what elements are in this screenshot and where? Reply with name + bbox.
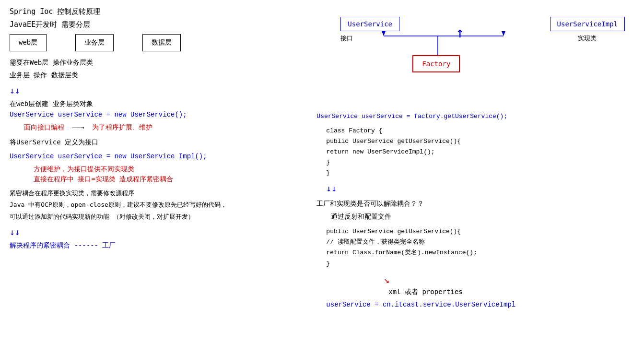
- right-panel: UserService 接口 UserServiceImpl 实现类 Facto…: [312, 5, 639, 338]
- factory-node: Factory: [412, 55, 460, 72]
- red-section1: 面向接口编程 ——→ 为了程序扩展、维护: [10, 123, 307, 132]
- code1-text: UserService userService = factory.getUse…: [316, 113, 634, 120]
- code2-line-1: public UserService getUserService(){: [326, 226, 634, 237]
- code-line-2: public UserService getUserService(){: [326, 136, 634, 147]
- desc5a: 紧密耦合在程序更换实现类，需要修改源程序: [10, 189, 307, 199]
- code2-line-3: return Class.forName(类名).newInstance();: [326, 248, 634, 258]
- arrow-right-icon: ——→: [72, 123, 84, 131]
- desc6: 解决程序的紧密耦合 ------ 工厂: [10, 240, 307, 250]
- desc5b: Java 中有OCP原则，open-close原则，建议不要修改原先已经写好的代…: [10, 200, 307, 210]
- code2-line-4: }: [326, 259, 634, 269]
- red2b: 直接在程序中 接口=实现类 造成程序紧密耦合: [34, 175, 307, 184]
- diag-arrow-icon: ↘: [384, 274, 462, 285]
- desc-section2: 在web层创建 业务层类对象 UserService userService =…: [10, 98, 307, 118]
- up-arrow-icon: ↑: [456, 24, 464, 41]
- desc1a: 需要在Web层 操作业务层类: [10, 57, 307, 68]
- desc4: UserService userService = new UserServic…: [10, 153, 307, 160]
- code2-line-2: // 读取配置文件，获得类完全名称: [326, 237, 634, 248]
- code-line-1: class Factory {: [326, 126, 634, 136]
- userservice-node: UserService 接口: [340, 17, 399, 43]
- desc-section5: 紧密耦合在程序更换实现类，需要修改源程序 Java 中有OCP原则，open-c…: [10, 189, 307, 222]
- red1a: 面向接口编程: [24, 123, 64, 131]
- arrow1: ↓↓: [10, 85, 307, 95]
- sub-title: JavaEE开发时 需要分层: [10, 20, 307, 29]
- diagram-section: UserService 接口 UserServiceImpl 实现类 Facto…: [316, 7, 634, 108]
- question2-text: 通过反射和配置文件: [331, 211, 634, 222]
- desc2b: UserService userService = new UserServic…: [10, 111, 307, 118]
- data-layer-box: 数据层: [142, 34, 181, 51]
- layer-boxes: web层 业务层 数据层: [10, 34, 307, 51]
- desc-section4: UserService userService = new UserServic…: [10, 153, 307, 160]
- svg-marker-4: [502, 31, 505, 36]
- desc1b: 业务层 操作 数据层类: [10, 70, 307, 80]
- question-section: 工厂和实现类是否可以解除耦合？？ 通过反射和配置文件: [316, 198, 634, 222]
- diagonal-section: ↘ xml 或者 properties: [316, 274, 634, 299]
- code-line-3: return new UserServiceImpl();: [326, 147, 634, 157]
- userserviceimpl-node: UserServiceImpl 实现类: [550, 17, 625, 43]
- main-title: Spring Ioc 控制反转原理: [10, 7, 307, 16]
- desc-section3: 将UserService 定义为接口: [10, 137, 307, 147]
- arrow3: ↓↓: [10, 227, 307, 237]
- userserviceimpl-box: UserServiceImpl: [550, 17, 625, 31]
- red2a: 方便维护，为接口提供不同实现类: [34, 165, 307, 174]
- impl-label: 实现类: [550, 34, 625, 43]
- xml-label: xml 或者 properties: [388, 286, 462, 297]
- business-layer-box: 业务层: [75, 34, 114, 51]
- code-line-5: }: [326, 168, 634, 178]
- code1-section: UserService userService = factory.getUse…: [316, 113, 634, 120]
- code3-text: userService = cn.itcast.service.UserServ…: [326, 301, 634, 308]
- interface-label: 接口: [340, 34, 399, 43]
- left-panel: Spring Ioc 控制反转原理 JavaEE开发时 需要分层 web层 业务…: [5, 5, 312, 338]
- code-block-factory: class Factory { public UserService getUs…: [326, 126, 634, 178]
- page-container: Spring Ioc 控制反转原理 JavaEE开发时 需要分层 web层 业务…: [0, 0, 644, 343]
- red-section2: 方便维护，为接口提供不同实现类 直接在程序中 接口=实现类 造成程序紧密耦合: [10, 165, 307, 184]
- desc5c: 可以通过添加新的代码实现新的功能 （对修改关闭，对扩展开发）: [10, 212, 307, 222]
- desc2a: 在web层创建 业务层类对象: [10, 98, 307, 109]
- desc3: 将UserService 定义为接口: [10, 137, 307, 147]
- question-text: 工厂和实现类是否可以解除耦合？？: [316, 198, 634, 209]
- factory-box: Factory: [412, 55, 460, 72]
- arrow-down-mid: ↓↓: [326, 183, 634, 193]
- code-line-4: }: [326, 157, 634, 168]
- userservice-box: UserService: [340, 17, 399, 31]
- red1b: 为了程序扩展、维护: [92, 123, 152, 131]
- code-block2: public UserService getUserService(){ // …: [326, 226, 634, 269]
- web-layer-box: web层: [10, 34, 47, 51]
- desc-section1: 需要在Web层 操作业务层类 业务层 操作 数据层类: [10, 57, 307, 81]
